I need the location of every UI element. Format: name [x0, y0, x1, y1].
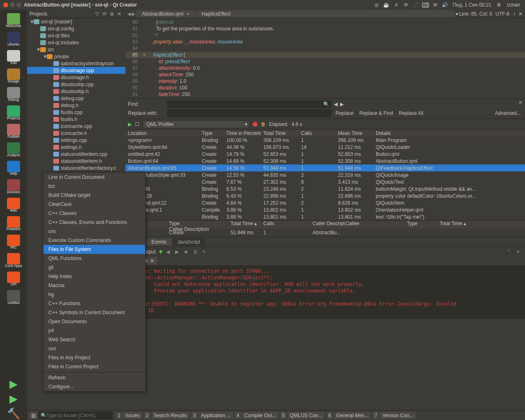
tree-item[interactable]: statusnotifieritemfactory.c: [27, 164, 126, 171]
launcher-item[interactable]: Debug: [3, 85, 24, 103]
tree-item[interactable]: ▼sni-qt [master]: [27, 18, 126, 25]
code-line[interactable]: 81······To·get·the·properties·of·the·mou…: [126, 25, 525, 32]
popup-item[interactable]: Execute Custom Commands: [43, 236, 145, 245]
encoding[interactable]: UTF-8: [495, 11, 509, 17]
popup-item[interactable]: ClearCase: [43, 200, 145, 209]
clear-icon[interactable]: 🗑: [261, 121, 266, 127]
minimize-icon[interactable]: [10, 2, 15, 7]
launcher-item[interactable]: Welcome: [3, 11, 24, 30]
launcher-item[interactable]: Edit: [3, 48, 24, 66]
popup-item[interactable]: Files in File System: [43, 245, 145, 254]
table-row[interactable]: ionHelper.qml:1Compile3.88 %13.802 ms113…: [126, 206, 525, 213]
launcher-item[interactable]: Pastebin: [3, 215, 24, 233]
popup-item[interactable]: Files in Any Project: [43, 353, 145, 362]
menu-icon[interactable]: ≡: [393, 1, 400, 9]
table-row[interactable]: untitled.qml:42Create14.79 %52.653 ms152…: [126, 151, 525, 158]
tree-item[interactable]: dbustooltip.cpp: [27, 81, 126, 88]
nav-fwd-icon[interactable]: ▶: [132, 11, 135, 17]
popup-item[interactable]: p4: [43, 326, 145, 335]
profiler-tab[interactable]: JavaScript: [172, 238, 205, 246]
table-row[interactable]: StyledItem.qml:64Create44.08 %156.973 ms…: [126, 144, 525, 151]
profiler-dropdown[interactable]: QML Profiler ▾: [143, 120, 249, 128]
tree-item[interactable]: sni-qt.includes: [27, 39, 126, 46]
popup-item[interactable]: C++ Classes: [43, 209, 145, 218]
tree-item[interactable]: debug.h: [27, 102, 126, 109]
clock[interactable]: Пнд, 1 Сен 00:21: [451, 2, 493, 8]
tree-item[interactable]: ▼src: [27, 46, 126, 53]
advanced-button[interactable]: Advanced...: [493, 110, 523, 116]
tree-item[interactable]: iconcache.cpp: [27, 123, 126, 130]
code-line[interactable]: 82·····*/: [126, 32, 525, 39]
table-row[interactable]: Button.qml:64Create14.69 %52.308 ms152.3…: [126, 158, 525, 164]
launcher-item[interactable]: Core Apps: [3, 251, 24, 269]
launcher-item[interactable]: Wiki: [3, 196, 24, 214]
split-icon[interactable]: ⫞: [513, 11, 515, 17]
tree-item[interactable]: dbustooltip.h: [27, 88, 126, 95]
code-line[interactable]: 89········intensity:·1.0: [126, 78, 525, 84]
tab-symbol[interactable]: HapticsEffect: [196, 10, 455, 18]
tree-item[interactable]: fsutils.cpp: [27, 109, 126, 116]
tab-file[interactable]: AbstractButton.qml ▾: [136, 10, 195, 18]
tree-item[interactable]: sni-qt.files: [27, 32, 126, 39]
tree-item[interactable]: settings.h: [27, 144, 126, 151]
tree-item[interactable]: statusnotifieritem.cpp: [27, 151, 126, 158]
stop-icon[interactable]: ■: [184, 249, 190, 255]
status-tab[interactable]: 2Search Results: [144, 412, 189, 419]
run-icon[interactable]: ▶: [128, 121, 132, 127]
status-tab[interactable]: 5QML/JS Con...: [280, 412, 325, 419]
prev-icon[interactable]: ◀: [166, 249, 172, 255]
replace-find-button[interactable]: Replace & Find: [358, 110, 395, 116]
code-editor[interactable]: 80······|internal81······To·get·the·prop…: [126, 18, 525, 98]
code-line[interactable]: 90········duration:·100: [126, 84, 525, 91]
launcher-item[interactable]: Devices: [3, 178, 24, 196]
replace-input[interactable]: [167, 110, 331, 117]
checkbox[interactable]: ☐: [135, 121, 139, 127]
popup-item[interactable]: Configure...: [43, 382, 145, 391]
plus-icon[interactable]: ✚: [159, 249, 163, 255]
launcher-item[interactable]: untitled: [3, 288, 24, 306]
launcher-item[interactable]: Design: [3, 67, 24, 85]
code-line[interactable]: 80······|internal: [126, 19, 525, 25]
popup-item[interactable]: C++ Classes, Enums and Functions: [43, 218, 145, 227]
popup-item[interactable]: Open Documents: [43, 317, 145, 326]
tree-item[interactable]: iconcache.h: [27, 130, 126, 137]
close-icon[interactable]: ✕: [150, 258, 154, 264]
wifi-icon[interactable]: ⋰: [412, 1, 420, 9]
code-line[interactable]: 83····property·alias·__mouseArea:·mouseA…: [126, 39, 525, 45]
sync-icon[interactable]: ⟳: [402, 1, 410, 9]
tree-item[interactable]: ▼private: [27, 53, 126, 60]
launcher-item[interactable]: Analyze: [3, 141, 24, 159]
find-input[interactable]: 🔍: [167, 100, 331, 108]
sync-icon[interactable]: ⟳: [103, 11, 108, 17]
code-line[interactable]: 85▼····HapticsEffect·{: [126, 52, 525, 58]
close-icon[interactable]: [3, 2, 8, 7]
pointer-icon[interactable]: ↖: [202, 249, 208, 255]
table-row[interactable]: w.qml:245Binding6.53 %23.248 ms211.624 m…: [126, 185, 525, 192]
status-tab[interactable]: 7Version Con...: [372, 412, 415, 419]
code-line[interactable]: 87········attackIntensity:·0.0: [126, 65, 525, 71]
popup-item[interactable]: svn: [43, 344, 145, 353]
tree-item[interactable]: fsutils.h: [27, 116, 126, 123]
launcher-item[interactable]: API: [3, 270, 24, 288]
popup-item[interactable]: hg: [43, 290, 145, 299]
gear-icon[interactable]: ⚙: [495, 1, 503, 9]
code-line[interactable]: 91········fadeTime:·250: [126, 91, 525, 98]
indicator-icon[interactable]: ☕: [383, 1, 390, 9]
popup-item[interactable]: Line in Current Document: [43, 173, 145, 182]
prev-icon[interactable]: ◀: [334, 101, 338, 107]
launcher-item[interactable]: Publish: [3, 122, 24, 140]
popup-item[interactable]: QML Functions: [43, 254, 145, 263]
nav-back-icon[interactable]: ◀: [127, 11, 131, 17]
code-line[interactable]: 84: [126, 45, 525, 52]
toggle-sidebar-icon[interactable]: ▥: [29, 412, 38, 419]
record-icon[interactable]: [253, 122, 258, 127]
keyboard-layout[interactable]: Ru: [422, 2, 429, 8]
tree-item[interactable]: debug.cpp: [27, 95, 126, 102]
launcher-item[interactable]: IRC: [3, 233, 24, 251]
tree-item[interactable]: sni-qt.config: [27, 25, 126, 32]
popup-item[interactable]: Macros: [43, 281, 145, 290]
close-icon[interactable]: ✕: [518, 11, 523, 17]
status-tab[interactable]: 4Compile Out...: [235, 412, 278, 419]
popup-item[interactable]: Build CMake target: [43, 191, 145, 200]
popup-item[interactable]: Files in Current Project: [43, 362, 145, 371]
